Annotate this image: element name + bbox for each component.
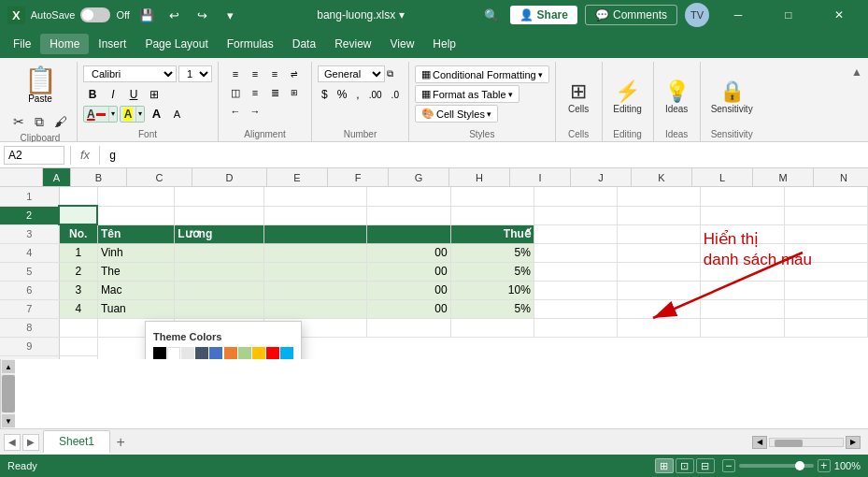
cell-data[interactable] — [264, 281, 367, 299]
cell[interactable] — [59, 318, 97, 337]
font-size-dropdown[interactable]: 11 — [178, 65, 212, 82]
undo-button[interactable]: ↩ — [164, 4, 186, 26]
cell[interactable] — [618, 281, 701, 299]
col-header-g[interactable]: G — [389, 168, 449, 186]
scroll-right-button[interactable]: ▶ — [846, 436, 861, 449]
cell-data[interactable]: 00 — [367, 262, 450, 281]
cell-styles-button[interactable]: 🎨 Cell Styles ▾ — [415, 105, 498, 123]
cell[interactable] — [784, 281, 867, 299]
search-icon-title[interactable]: 🔍 — [480, 4, 503, 26]
cell[interactable] — [618, 224, 701, 243]
font-color-button[interactable]: A ▾ — [83, 106, 118, 123]
cell[interactable] — [784, 206, 867, 224]
menu-file[interactable]: File — [4, 34, 40, 54]
cell[interactable] — [701, 318, 784, 337]
increase-decimal-button[interactable]: .00 — [365, 88, 386, 102]
h-scroll-thumb[interactable] — [775, 440, 803, 447]
add-sheet-button[interactable]: + — [110, 432, 131, 453]
cell[interactable] — [534, 224, 617, 243]
highlight-color-button[interactable]: A ▾ — [120, 106, 146, 123]
cell-data[interactable]: The — [97, 262, 174, 281]
cell[interactable] — [701, 262, 784, 281]
cell[interactable] — [701, 206, 784, 224]
cell-data[interactable] — [264, 299, 367, 318]
zoom-in-button[interactable]: + — [818, 459, 831, 472]
col-header-m[interactable]: M — [753, 168, 814, 186]
cell-data[interactable]: 3 — [59, 281, 97, 299]
format-painter-button[interactable]: 🖌 — [50, 111, 71, 133]
page-layout-view-button[interactable]: ⊡ — [676, 458, 694, 473]
cells-button[interactable]: ⊞ Cells — [563, 76, 593, 118]
sensitivity-button[interactable]: 🔒 Sensitivity — [706, 76, 758, 118]
color-swatch-cyan[interactable] — [280, 347, 293, 359]
cell[interactable] — [264, 187, 367, 206]
cell-data[interactable]: 5% — [450, 243, 534, 262]
customize-qat-button[interactable]: ▾ — [220, 4, 242, 26]
sheet-tab-sheet1[interactable]: Sheet1 — [43, 430, 110, 454]
cell[interactable] — [618, 299, 701, 318]
scroll-up-button[interactable]: ▲ — [2, 360, 15, 373]
paste-button[interactable]: 📋 Paste — [18, 64, 64, 108]
menu-formulas[interactable]: Formulas — [218, 34, 283, 54]
cell[interactable] — [534, 281, 617, 299]
color-swatch-red[interactable] — [266, 347, 279, 359]
menu-help[interactable]: Help — [423, 34, 465, 54]
scroll-thumb[interactable] — [2, 375, 15, 412]
color-swatch-black[interactable] — [153, 347, 166, 359]
cell[interactable] — [784, 224, 867, 243]
cell[interactable] — [784, 299, 867, 318]
menu-review[interactable]: Review — [325, 34, 380, 54]
col-header-d[interactable]: D — [192, 168, 267, 186]
currency-button[interactable]: $ — [318, 86, 332, 103]
cell[interactable] — [97, 187, 174, 206]
cell[interactable] — [97, 206, 174, 224]
cell-data[interactable] — [175, 243, 264, 262]
cell-reference-input[interactable] — [4, 146, 64, 165]
cell-header[interactable] — [367, 224, 450, 243]
menu-page-layout[interactable]: Page Layout — [135, 34, 217, 54]
scroll-left-button[interactable]: ◀ — [752, 436, 767, 449]
color-swatch-white[interactable] — [167, 347, 180, 359]
color-swatch-blue[interactable] — [209, 347, 222, 359]
underline-button[interactable]: U — [124, 86, 143, 103]
align-top-center-button[interactable]: ≡ — [246, 65, 264, 82]
number-format-dropdown[interactable]: General — [318, 65, 385, 82]
italic-button[interactable]: I — [104, 86, 122, 103]
copy-button[interactable]: ⧉ — [30, 111, 49, 133]
cell[interactable] — [618, 262, 701, 281]
scroll-sheet-left-button[interactable]: ◀ — [4, 434, 21, 451]
cell-data[interactable]: 00 — [367, 243, 450, 262]
bold-button[interactable]: B — [83, 86, 102, 103]
cell-data[interactable]: 5% — [450, 262, 534, 281]
cell[interactable] — [534, 243, 617, 262]
cell[interactable] — [784, 318, 867, 337]
col-header-c[interactable]: C — [127, 168, 192, 186]
ideas-button[interactable]: 💡 Ideas — [660, 76, 694, 118]
maximize-button[interactable]: □ — [767, 0, 810, 30]
cell[interactable] — [534, 299, 617, 318]
col-header-l[interactable]: L — [692, 168, 753, 186]
cell[interactable] — [367, 318, 450, 337]
cell[interactable] — [618, 318, 701, 337]
color-swatch-light-gray[interactable] — [181, 347, 194, 359]
cell-data[interactable]: 4 — [59, 299, 97, 318]
cell[interactable] — [367, 187, 450, 206]
formula-input[interactable] — [106, 147, 864, 164]
page-break-view-button[interactable]: ⊟ — [696, 458, 715, 473]
align-right-button[interactable]: ≣ — [265, 84, 284, 101]
cell-data[interactable] — [175, 299, 264, 318]
border-button[interactable]: ⊞ — [145, 86, 164, 103]
col-header-i[interactable]: I — [510, 168, 571, 186]
grid-scroll[interactable]: 1 2 — [0, 187, 868, 359]
cell[interactable] — [534, 187, 617, 206]
cell[interactable] — [618, 243, 701, 262]
title-dropdown-icon[interactable]: ▾ — [399, 8, 405, 22]
cell[interactable] — [534, 262, 617, 281]
share-button[interactable]: 👤 Share — [510, 6, 577, 24]
cell[interactable] — [784, 262, 867, 281]
cell-data[interactable] — [264, 262, 367, 281]
cell-data[interactable]: 1 — [59, 243, 97, 262]
cell-header[interactable] — [264, 224, 367, 243]
ribbon-collapse-button[interactable]: ▲ — [849, 64, 864, 80]
cell[interactable] — [618, 206, 701, 224]
